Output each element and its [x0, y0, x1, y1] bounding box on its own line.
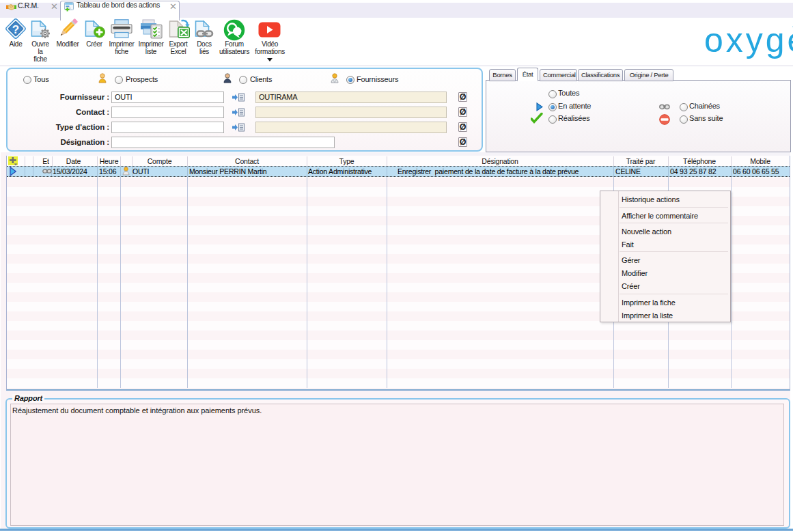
svg-text:?: ?	[12, 23, 19, 36]
